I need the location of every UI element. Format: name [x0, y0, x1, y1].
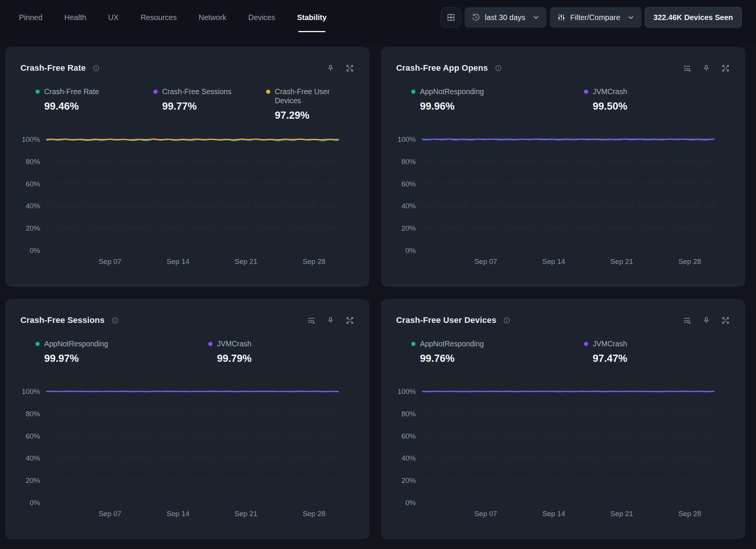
tab-label: Stability: [297, 13, 327, 22]
legend-dot: [36, 342, 40, 346]
pin-icon[interactable]: [702, 64, 711, 73]
expand-icon[interactable]: [345, 316, 354, 325]
x-axis-label: Sep 14: [167, 257, 190, 265]
tab-resources[interactable]: Resources: [141, 10, 177, 25]
series-line: [423, 139, 714, 140]
y-axis-label: 20%: [26, 476, 40, 484]
chart-legend: AppNotResponding99.97%JVMCrash99.79%: [20, 339, 354, 369]
x-axis-label: Sep 21: [610, 257, 633, 265]
sliders-icon: [557, 13, 566, 22]
x-axis-label: Sep 14: [167, 510, 190, 518]
y-axis-label: 80%: [26, 410, 40, 418]
x-axis-label: Sep 07: [474, 510, 497, 518]
y-axis-label: 0%: [406, 247, 416, 254]
dashboard-grid: Crash-Free Rate Crash-Free Rate99.46%Cra…: [5, 47, 745, 539]
x-axis-label: Sep 28: [303, 510, 325, 518]
legend-label: AppNotResponding: [420, 87, 484, 96]
tab-ux[interactable]: UX: [108, 10, 119, 25]
time-range-dropdown[interactable]: last 30 days: [465, 7, 547, 28]
y-axis-label: 40%: [401, 454, 416, 462]
expand-icon[interactable]: [721, 316, 730, 325]
chart-card: Crash-Free Rate Crash-Free Rate99.46%Cra…: [5, 47, 369, 287]
chart-card: Crash-Free User Devices AppNotResponding…: [381, 299, 745, 539]
pin-icon[interactable]: [326, 64, 335, 73]
chart-legend: Crash-Free Rate99.46%Crash-Free Sessions…: [20, 87, 354, 116]
legend-item[interactable]: AppNotResponding99.76%: [411, 339, 484, 364]
tab-devices[interactable]: Devices: [248, 10, 275, 25]
y-axis-label: 0%: [30, 499, 40, 507]
tab-stability[interactable]: Stability: [297, 10, 327, 25]
series-line: [47, 391, 338, 392]
info-icon[interactable]: [495, 65, 502, 72]
legend-label: AppNotResponding: [420, 339, 484, 348]
info-icon[interactable]: [93, 65, 100, 72]
pin-icon[interactable]: [702, 316, 711, 325]
y-axis-label: 80%: [401, 410, 416, 418]
x-axis-label: Sep 14: [542, 257, 565, 265]
y-axis-label: 100%: [397, 388, 416, 395]
chevron-down-icon: [627, 14, 635, 21]
active-tab-underline: [298, 31, 325, 32]
legend-dot: [584, 342, 588, 346]
legend-item[interactable]: JVMCrash99.50%: [584, 87, 627, 112]
legend-value: 97.47%: [593, 353, 627, 364]
legend-value: 99.79%: [217, 353, 252, 364]
legend-dot: [411, 90, 415, 94]
legend-value: 99.96%: [420, 101, 484, 112]
chart-card: Crash-Free App Opens AppNotResponding99.…: [381, 47, 745, 287]
list-search-icon[interactable]: [307, 316, 316, 325]
card-title: Crash-Free Rate: [20, 63, 86, 73]
time-range-label: last 30 days: [485, 13, 525, 22]
grid-icon: [446, 12, 456, 22]
x-axis-label: Sep 28: [303, 257, 325, 265]
info-icon[interactable]: [112, 317, 119, 324]
legend-value: 99.76%: [420, 353, 484, 364]
layout-grid-button[interactable]: [441, 7, 461, 28]
legend-item[interactable]: AppNotResponding99.96%: [411, 87, 484, 112]
legend-value: 97.29%: [275, 110, 354, 121]
legend-item[interactable]: Crash-Free User Devices97.29%: [266, 87, 354, 121]
y-axis-label: 20%: [401, 224, 416, 232]
y-axis-label: 0%: [30, 247, 40, 254]
filter-compare-dropdown[interactable]: Filter/Compare: [550, 7, 641, 28]
main-nav: PinnedHealthUXResourcesNetworkDevicesSta…: [19, 10, 327, 25]
legend-dot: [208, 342, 212, 346]
y-axis-label: 60%: [401, 432, 416, 440]
chevron-down-icon: [532, 14, 540, 21]
list-search-icon[interactable]: [683, 316, 691, 325]
expand-icon[interactable]: [345, 64, 354, 73]
line-chart: 100%80%60%40%20%0%Sep 07Sep 14Sep 21Sep …: [396, 382, 730, 539]
legend-value: 99.50%: [593, 101, 627, 112]
legend-item[interactable]: Crash-Free Rate99.46%: [36, 87, 99, 112]
legend-item[interactable]: Crash-Free Sessions99.77%: [153, 87, 231, 112]
y-axis-label: 100%: [397, 135, 416, 143]
card-title: Crash-Free App Opens: [396, 63, 488, 73]
pin-icon[interactable]: [326, 316, 335, 325]
card-title: Crash-Free Sessions: [20, 315, 105, 325]
legend-dot: [153, 90, 158, 94]
line-chart: 100%80%60%40%20%0%Sep 07Sep 14Sep 21Sep …: [396, 130, 730, 287]
y-axis-label: 0%: [406, 499, 416, 507]
line-chart: 100%80%60%40%20%0%Sep 07Sep 14Sep 21Sep …: [20, 382, 354, 539]
x-axis-label: Sep 07: [99, 257, 121, 265]
legend-item[interactable]: JVMCrash97.47%: [584, 339, 627, 364]
info-icon[interactable]: [503, 317, 510, 324]
y-axis-label: 20%: [401, 476, 416, 484]
line-chart: 100%80%60%40%20%0%Sep 07Sep 14Sep 21Sep …: [20, 130, 354, 287]
filter-compare-label: Filter/Compare: [570, 13, 620, 22]
x-axis-label: Sep 07: [99, 510, 121, 518]
tab-pinned[interactable]: Pinned: [19, 10, 42, 25]
legend-item[interactable]: AppNotResponding99.97%: [36, 339, 108, 364]
tab-network[interactable]: Network: [199, 10, 226, 25]
legend-item[interactable]: JVMCrash99.79%: [208, 339, 252, 364]
list-search-icon[interactable]: [683, 64, 691, 73]
tab-label: Resources: [141, 13, 177, 22]
legend-label: Crash-Free Rate: [44, 87, 99, 96]
expand-icon[interactable]: [721, 64, 730, 73]
devices-seen-badge[interactable]: 322.46K Devices Seen: [645, 7, 742, 28]
legend-label: JVMCrash: [593, 87, 627, 96]
tab-health[interactable]: Health: [64, 10, 86, 25]
legend-label: JVMCrash: [593, 339, 627, 348]
chart-legend: AppNotResponding99.76%JVMCrash97.47%: [396, 339, 730, 369]
x-axis-label: Sep 21: [610, 510, 633, 518]
